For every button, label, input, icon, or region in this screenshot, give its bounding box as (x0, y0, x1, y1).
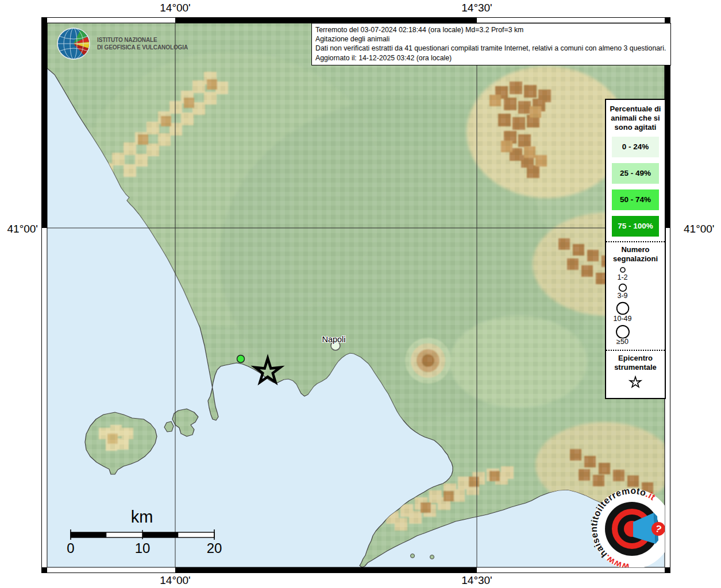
info-line-event: Terremoto del 03-07-2024 02:18:44 (ora l… (315, 25, 667, 34)
info-line-type: Agitazione degli animali (315, 34, 667, 44)
legend-swatch-0-24: 0 - 24% (612, 137, 659, 157)
count-class-10-49: 10-49 (608, 301, 637, 323)
scale-tick-20: 20 (207, 540, 222, 556)
info-box: Terremoto del 03-07-2024 02:18:44 (ora l… (311, 23, 671, 65)
count-label-50plus: ≥50 (608, 338, 637, 346)
axis-label-lon-left-top: 14°00' (160, 2, 191, 14)
haisentito-logo-icon: ? www.haisentitoilterremoto.it (591, 485, 665, 567)
ingv-logo: ISTITUTO NAZIONALE DI GEOFISICA E VULCAN… (56, 26, 188, 61)
count-label-1-2: 1-2 (608, 274, 637, 281)
axis-label-lat-right: 41°00' (684, 223, 715, 235)
ingv-name-line2: DI GEOFISICA E VULCANOLOGIA (97, 44, 188, 51)
legend-swatch-50-74: 50 - 74% (612, 189, 659, 210)
city-label-napoli: Napoli (322, 335, 345, 344)
axis-label-lat-left: 41°00' (1, 223, 38, 235)
islet-li-galli-2 (430, 555, 434, 559)
count-circle-1-2-icon (618, 266, 627, 274)
count-label-10-49: 10-49 (608, 315, 637, 323)
axis-label-lon-left-bottom: 14°00' (160, 574, 191, 587)
legend: Percentuale di animali che si sono agita… (605, 99, 666, 399)
map-screenshot: 14°00' 14°30' 14°00' 14°30' 41°00' 41°00… (0, 0, 721, 588)
legend-epicenter-section: Epicentro strumentale (606, 351, 665, 398)
legend-epicenter-title: Epicentro strumentale (608, 352, 662, 374)
count-circle-3-9-icon (618, 283, 628, 292)
legend-count-title: Numero segnalazioni (608, 243, 662, 266)
count-class-1-2: 1-2 (608, 266, 637, 281)
report-dot-green (237, 355, 245, 363)
legend-percent-section: Percentuale di animali che si sono agita… (606, 100, 665, 241)
brand-logo: ? www.haisentitoilterremoto.it (591, 485, 665, 567)
ingv-name-line1: ISTITUTO NAZIONALE (97, 36, 188, 44)
epicenter-star-icon (628, 376, 643, 389)
count-circle-10-49-icon (615, 301, 630, 315)
legend-percent-title: Percentuale di animali che si sono agita… (608, 103, 662, 137)
scale-tick-10: 10 (135, 540, 151, 556)
ingv-globe-icon (56, 26, 92, 61)
legend-swatch-75-100: 75 - 100% (612, 216, 659, 237)
map-canvas (41, 17, 670, 573)
islet-li-galli-1 (411, 554, 415, 558)
count-class-50plus: ≥50 (608, 324, 637, 346)
count-label-3-9: 3-9 (608, 292, 637, 300)
axis-label-lon-right-top: 14°30' (461, 2, 492, 14)
legend-swatch-25-49: 25 - 49% (612, 163, 659, 184)
count-class-3-9: 3-9 (608, 283, 637, 300)
axis-label-lon-right-bottom: 14°30' (461, 574, 492, 587)
info-line-data: Dati non verificati estratti da 41 quest… (315, 44, 667, 53)
scale-tick-0: 0 (67, 540, 74, 556)
scale-unit-label: km (131, 508, 153, 527)
count-circle-50plus-icon (614, 324, 631, 338)
legend-count-section: Numero segnalazioni 1-2 3-9 10-49 (606, 242, 665, 350)
info-line-updated: Aggiornato il: 14-12-2025 03:42 (ora loc… (315, 53, 667, 63)
